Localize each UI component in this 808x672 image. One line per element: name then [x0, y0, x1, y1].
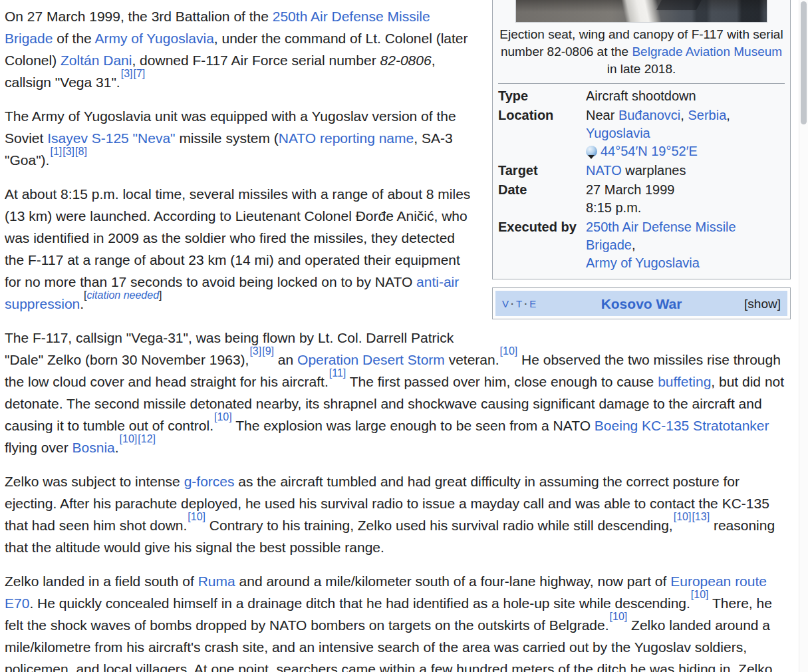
infobox-row-value: NATO warplanes	[586, 162, 785, 180]
infobox-row: TargetNATO warplanes	[498, 161, 785, 180]
wiki-link[interactable]: 44°54′N 19°52′E	[601, 144, 698, 158]
text-run: , downed F-117 Air Force serial number	[132, 53, 380, 68]
wiki-link[interactable]: Belgrade Aviation Museum	[632, 45, 782, 59]
navbox-talk-link[interactable]: T	[516, 298, 522, 309]
wiki-link[interactable]: 250th Air Defense Missile Brigade	[586, 220, 736, 252]
infobox: Ejection seat, wing and canopy of F-117 …	[492, 0, 791, 279]
text-run: flying over	[5, 440, 72, 455]
text-run: an	[274, 352, 297, 367]
reference-link-anchor[interactable]: [10]	[120, 433, 138, 444]
infobox-row: TypeAircraft shootdown	[498, 86, 785, 106]
infobox-row-value: Near Buđanovci, Serbia, Yugoslavia44°54′…	[586, 106, 785, 160]
wiki-link[interactable]: Yugoslavia	[586, 126, 650, 140]
reference-link[interactable]: [10]	[674, 511, 692, 522]
wiki-link[interactable]: Operation Desert Storm	[297, 352, 445, 367]
reference-link[interactable]: [11]	[329, 367, 346, 379]
text-run: .	[115, 440, 119, 455]
wiki-link[interactable]: Ruma	[198, 574, 235, 589]
infobox-row-label: Location	[498, 106, 586, 160]
infobox-row: Executed by250th Air Defense Missile Bri…	[498, 218, 785, 273]
reference-link-anchor[interactable]: [10]	[674, 511, 692, 522]
reference-link[interactable]: [13]	[692, 511, 710, 522]
text-run: veteran.	[445, 352, 499, 367]
infobox-row-value: 250th Air Defense Missile Brigade,Army o…	[586, 218, 785, 272]
text-run: . He quickly concealed himself in a drai…	[29, 595, 690, 611]
wiki-link[interactable]: NATO	[586, 163, 622, 178]
reference-link[interactable]: [10]	[610, 611, 628, 622]
reference-link[interactable]: [10]	[691, 589, 709, 600]
paragraph-5: Zelko was subject to intense g-forces as…	[5, 470, 791, 558]
reference-link-anchor[interactable]: [10]	[188, 511, 205, 522]
navbox-show-toggle[interactable]: [show]	[744, 297, 781, 311]
reference-link-anchor[interactable]: [10]	[500, 345, 518, 357]
wiki-link[interactable]: g-forces	[184, 474, 235, 489]
text-run: ,	[632, 238, 636, 252]
text-run: 27 March 1999	[586, 182, 674, 197]
reference-link-anchor[interactable]: [10]	[691, 589, 709, 600]
reference-link[interactable]: [12]	[138, 433, 156, 444]
wiki-link[interactable]: Army of Yugoslavia	[94, 31, 213, 46]
wiki-link[interactable]: NATO reporting name	[279, 130, 414, 146]
reference-link-anchor[interactable]: [3]	[249, 345, 261, 357]
text-run: ,	[726, 108, 730, 122]
reference-link[interactable]: [1]	[50, 146, 62, 157]
text-run: At about 8:15 p.m. local time, several m…	[5, 186, 470, 289]
reference-link-anchor[interactable]: [10]	[610, 611, 628, 622]
paragraph-4: The F-117, callsign "Vega-31", was being…	[5, 327, 791, 458]
infobox-photo-image[interactable]	[515, 0, 767, 23]
infobox-row-value: Aircraft shootdown	[586, 87, 785, 105]
reference-link-anchor[interactable]: [9]	[262, 345, 274, 357]
scrollbar-track[interactable]	[799, 0, 808, 672]
wiki-link[interactable]: Buđanovci	[618, 108, 680, 122]
text-run: ,	[680, 108, 688, 122]
reference-link[interactable]: [3]	[249, 345, 261, 357]
kosovo-war-link[interactable]: Kosovo War	[601, 296, 682, 311]
wiki-link[interactable]: Isayev S-125 "Neva"	[47, 130, 175, 146]
reference-link[interactable]: [7]	[134, 68, 146, 79]
wiki-link[interactable]: Boeing KC-135 Stratotanker	[595, 418, 769, 433]
navbox-vte: V·T·E	[502, 293, 566, 315]
globe-icon[interactable]	[586, 146, 597, 157]
text-run: warplanes	[622, 163, 686, 178]
reference-link-anchor[interactable]: [11]	[329, 367, 346, 379]
text-run: missile system (	[176, 130, 279, 146]
reference-link-anchor[interactable]: [13]	[692, 511, 710, 522]
reference-link-anchor[interactable]: [3]	[63, 146, 74, 157]
reference-link-anchor[interactable]: [8]	[75, 146, 87, 157]
navbox-edit-link[interactable]: E	[529, 298, 536, 309]
navbox-view-link[interactable]: V	[502, 298, 509, 309]
reference-link[interactable]: [3]	[63, 146, 74, 157]
infobox-row: LocationNear Buđanovci, Serbia, Yugoslav…	[498, 106, 785, 161]
reference-link[interactable]: [10]	[500, 345, 518, 357]
reference-link-anchor[interactable]: [12]	[138, 433, 156, 444]
wiki-link[interactable]: Bosnia	[72, 440, 115, 455]
wiki-link[interactable]: Army of Yugoslavia	[586, 255, 700, 270]
vte-separator-dot: ·	[524, 298, 527, 309]
reference-link[interactable]: [10]	[188, 511, 205, 522]
navbox-title: Kosovo War	[566, 293, 717, 315]
vte-separator-dot: ·	[511, 298, 514, 309]
wikipedia-article-page: Ejection seat, wing and canopy of F-117 …	[0, 0, 808, 672]
reference-link-anchor[interactable]: [10]	[214, 411, 232, 422]
reference-link-anchor[interactable]: [3]	[121, 68, 133, 79]
reference-link[interactable]: [3]	[121, 68, 133, 79]
wiki-link[interactable]: buffeting	[658, 374, 711, 389]
reference-link[interactable]: [8]	[75, 146, 87, 157]
text-run: Contrary to his training, Zelko used his…	[205, 518, 673, 533]
infobox-row-label: Target	[498, 162, 586, 180]
infobox-row-label: Executed by	[498, 218, 586, 272]
reference-link[interactable]: [9]	[262, 345, 274, 357]
text-run: The first passed over him, close enough …	[346, 374, 658, 389]
reference-link[interactable]: [10]	[120, 433, 138, 444]
citation-needed-link[interactable]: citation needed	[87, 289, 160, 301]
citation-needed[interactable]: [citation needed]	[84, 289, 162, 301]
reference-link-anchor[interactable]: [7]	[134, 68, 146, 79]
text-run: and around a mile/kilometer south of a f…	[235, 574, 670, 589]
wiki-link[interactable]: Zoltán Dani	[61, 53, 132, 68]
scrollbar-thumb[interactable]	[801, 1, 807, 124]
infobox-row: Date27 March 19998:15 p.m.	[498, 180, 785, 218]
infobox-caption: Ejection seat, wing and canopy of F-117 …	[498, 23, 785, 83]
wiki-link[interactable]: Serbia	[688, 108, 726, 122]
reference-link-anchor[interactable]: [1]	[50, 146, 62, 157]
reference-link[interactable]: [10]	[214, 411, 232, 422]
